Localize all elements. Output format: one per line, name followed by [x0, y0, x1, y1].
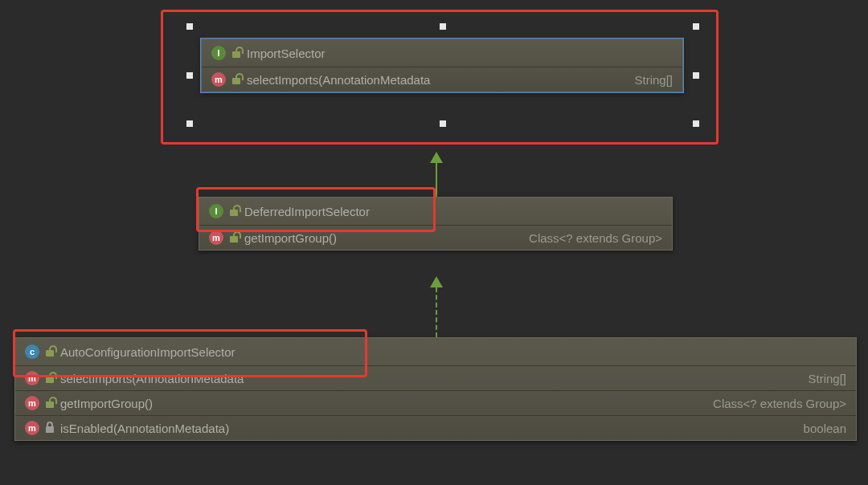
interface-icon: [209, 204, 223, 218]
interface-box-deferred-import-selector[interactable]: DeferredImportSelector getImportGroup() …: [199, 197, 673, 251]
selection-handle[interactable]: [440, 120, 446, 127]
selection-handle[interactable]: [186, 120, 193, 127]
title-row: AutoConfigurationImportSelector: [15, 338, 856, 366]
implements-arrow: [436, 287, 437, 337]
type-name: AutoConfigurationImportSelector: [60, 345, 235, 359]
method-signature: getImportGroup(): [244, 231, 337, 245]
method-row[interactable]: selectImports(AnnotationMetadata String[…: [15, 366, 856, 391]
return-type: String[]: [610, 73, 673, 87]
selection-handle[interactable]: [693, 120, 699, 127]
closed-lock-icon: [46, 423, 54, 433]
method-row[interactable]: getImportGroup() Class<? extends Group>: [199, 226, 672, 250]
return-type: Class<? extends Group>: [689, 397, 846, 410]
method-icon: [209, 230, 223, 245]
open-lock-icon: [230, 233, 238, 243]
title-row: DeferredImportSelector: [199, 198, 672, 226]
method-row[interactable]: getImportGroup() Class<? extends Group>: [15, 391, 856, 416]
selection-handle[interactable]: [440, 23, 446, 30]
title-row: ImportSelector: [202, 39, 682, 67]
selection-handle[interactable]: [693, 23, 699, 30]
return-type: Class<? extends Group>: [505, 231, 662, 245]
return-type: boolean: [780, 422, 846, 435]
selection-handle[interactable]: [186, 23, 193, 30]
method-row[interactable]: isEnabled(AnnotationMetadata) boolean: [15, 416, 856, 440]
method-signature: selectImports(AnnotationMetadata: [60, 372, 244, 385]
return-type: String[]: [784, 372, 846, 385]
class-box-auto-configuration-import-selector[interactable]: AutoConfigurationImportSelector selectIm…: [14, 337, 857, 441]
selection-handle[interactable]: [186, 72, 193, 79]
open-lock-icon: [230, 206, 238, 216]
open-lock-icon: [46, 347, 54, 357]
arrow-head-icon: [430, 152, 443, 163]
class-hierarchy-diagram: ImportSelector selectImports(AnnotationM…: [0, 0, 868, 485]
inheritance-arrow: [436, 163, 437, 197]
open-lock-icon: [46, 398, 54, 408]
open-lock-icon: [46, 373, 54, 383]
method-icon: [25, 396, 39, 410]
method-signature: isEnabled(AnnotationMetadata): [60, 422, 229, 435]
class-icon: [25, 344, 39, 359]
method-icon: [25, 371, 39, 385]
method-icon: [211, 72, 226, 87]
type-name: ImportSelector: [247, 47, 326, 60]
method-row[interactable]: selectImports(AnnotationMetadata String[…: [202, 67, 682, 92]
interface-icon: [211, 46, 226, 60]
arrow-head-icon: [430, 276, 443, 287]
type-name: DeferredImportSelector: [244, 205, 370, 218]
method-signature: selectImports(AnnotationMetadata: [247, 73, 430, 87]
method-icon: [25, 421, 39, 435]
selection-handle[interactable]: [693, 72, 699, 79]
interface-box-import-selector[interactable]: ImportSelector selectImports(AnnotationM…: [201, 39, 683, 92]
method-signature: getImportGroup(): [60, 397, 153, 410]
open-lock-icon: [232, 75, 240, 84]
open-lock-icon: [232, 48, 240, 58]
